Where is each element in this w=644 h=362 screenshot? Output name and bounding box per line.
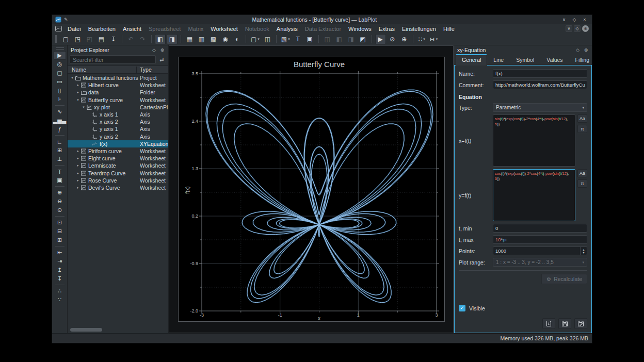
y-equation-input[interactable]: cos(t)*(exp(cos(t))-2*cos(4*t)-pow(sin(t… xyxy=(493,169,575,221)
close-dock-icon[interactable]: ⊗ xyxy=(159,47,165,53)
shift-left-x-button[interactable]: ⇤ xyxy=(54,248,66,257)
tree-row-rose-curve[interactable]: ▸Rose CurveWorksheet xyxy=(68,177,168,184)
add-equation-curve-button[interactable]: ƒ xyxy=(54,125,66,134)
expander-closed-icon[interactable]: ▸ xyxy=(75,90,81,94)
column-header-name[interactable]: Name xyxy=(68,67,137,73)
points-input[interactable] xyxy=(493,246,587,255)
add-xy-curve-button[interactable]: ∿ xyxy=(54,107,66,116)
expander-closed-icon[interactable]: ▸ xyxy=(75,149,81,153)
t-min-input[interactable] xyxy=(493,224,587,233)
menu-einstellungen[interactable]: Einstellungen xyxy=(398,26,440,32)
menu-extras[interactable]: Extras xyxy=(375,26,398,32)
search-input[interactable] xyxy=(70,55,156,64)
open-project-button[interactable]: ◳ xyxy=(72,34,83,44)
menu-windows[interactable]: Windows xyxy=(345,26,375,32)
shift-up-y-button[interactable]: ↥ xyxy=(54,266,66,274)
tab-general[interactable]: General xyxy=(456,54,487,65)
tree-row-f-x[interactable]: f(x)XYEquationCurve xyxy=(68,140,168,147)
add-info-element-button[interactable]: ⊥ xyxy=(54,155,66,163)
tab-values[interactable]: Values xyxy=(540,55,569,65)
new-workbook-button[interactable]: ▦ xyxy=(184,34,195,44)
zoom-x-select-button[interactable]: ▭ xyxy=(54,77,66,86)
new-notebook-button[interactable]: ◫ xyxy=(262,34,273,44)
zoom-origin-button[interactable]: ⊙ xyxy=(54,206,66,215)
t-max-input[interactable]: 10*pi xyxy=(493,235,587,244)
cursor-mode-1-button[interactable]: ∴ xyxy=(54,287,66,295)
shift-right-x-button[interactable]: ⇥ xyxy=(54,257,66,266)
tree-row-lemniscate[interactable]: ▸LemniscateWorksheet xyxy=(68,162,168,169)
worksheet-page[interactable]: -3-1133.52.41.30.2-0.9-2.0 Butterfly Cur… xyxy=(178,57,445,322)
close-dock-icon[interactable]: ⊗ xyxy=(583,47,589,53)
print-button[interactable]: ▤ xyxy=(96,34,107,44)
toolbar-handle[interactable] xyxy=(55,35,57,43)
horizontal-scrollbar[interactable] xyxy=(69,327,167,332)
layout-grid-button[interactable]: ◩ xyxy=(358,34,368,44)
expander-closed-icon[interactable]: ▸ xyxy=(75,83,81,87)
tree-row-butterfly-curve[interactable]: ▾Butterfly curveWorksheet xyxy=(68,96,168,104)
crosshair-mode-button[interactable]: ◎ xyxy=(54,60,66,69)
tree-row-x-axis-1[interactable]: x axis 1Axis xyxy=(68,111,168,118)
pointer-mode-button[interactable]: ▶ xyxy=(54,51,66,60)
tree-row-mathematical-functions[interactable]: ▾Mathematical functionsProject xyxy=(68,74,168,81)
tree-row-hilbert-curve[interactable]: ▸Hilbert curveWorksheet xyxy=(68,81,168,89)
expander-closed-icon[interactable]: ▸ xyxy=(75,156,81,160)
select-mode-button[interactable]: ▶ xyxy=(375,34,386,44)
menu-worksheet[interactable]: Worksheet xyxy=(207,26,241,32)
filter-options-button[interactable]: ⇄ xyxy=(157,55,166,64)
add-histogram-button[interactable]: ▂▅▃ xyxy=(54,116,66,125)
navigation-mode-button[interactable]: ⊘ xyxy=(387,34,398,44)
mdi-close-button[interactable]: ⊗ xyxy=(582,25,589,32)
add-legend-button[interactable]: ⊞ xyxy=(54,146,66,155)
add-text-label-button[interactable]: T xyxy=(54,167,66,176)
pin-icon[interactable]: ✎ xyxy=(64,17,68,22)
toggle-project-explorer-button[interactable]: ◧ xyxy=(155,34,166,44)
export-pdf-button[interactable]: ↧ xyxy=(108,34,119,44)
insert-constant-button[interactable]: Aa xyxy=(577,169,587,177)
tree-row-teardrop-curve[interactable]: ▸Teardrop CurveWorksheet xyxy=(68,169,168,176)
shift-down-y-button[interactable]: ↧ xyxy=(54,274,66,283)
new-spreadsheet-button[interactable]: ▥ xyxy=(196,34,207,44)
expander-closed-icon[interactable]: ▸ xyxy=(75,186,81,190)
add-axis-button[interactable]: ∟ xyxy=(54,137,66,146)
tree-row-piriform-curve[interactable]: ▸Piriform curveWorksheet xyxy=(68,147,168,155)
tree-row-eight-curve[interactable]: ▸Eight curveWorksheet xyxy=(68,155,168,162)
add-text-frame-button[interactable]: T xyxy=(293,34,303,44)
float-dock-icon[interactable]: ◇ xyxy=(575,47,581,53)
zoom-select-button[interactable]: ▢ xyxy=(54,69,66,77)
x-equation-input[interactable]: sin(t)*(exp(cos(t))-2*cos(4*t)-pow(sin(t… xyxy=(493,114,575,167)
insert-constant-button[interactable]: Aa xyxy=(577,114,587,123)
save-function-button[interactable] xyxy=(558,318,571,329)
expander-open-icon[interactable]: ▾ xyxy=(81,105,86,109)
maximize-button[interactable]: ◇ xyxy=(570,17,578,22)
minimize-button[interactable]: ∨ xyxy=(560,17,568,22)
new-project-button[interactable]: ▢ xyxy=(60,34,71,44)
equation-type-select[interactable]: Parametric ▾ xyxy=(493,103,587,112)
visible-checkbox[interactable]: ✓ xyxy=(459,305,465,311)
auto-scale-y-button[interactable]: ⊞ xyxy=(54,236,66,244)
close-button[interactable]: × xyxy=(581,17,589,22)
load-function-button[interactable] xyxy=(542,318,555,329)
toolbar-handle[interactable] xyxy=(56,47,64,50)
zoom-in-button[interactable]: ⊕ xyxy=(54,188,66,197)
comment-input[interactable] xyxy=(493,80,587,89)
zoom-mode-button[interactable]: ⊕ xyxy=(399,34,410,44)
auto-scale-button[interactable]: ⊡ xyxy=(54,218,66,227)
scrollbar-thumb[interactable] xyxy=(70,328,102,332)
tab-line[interactable]: Line xyxy=(487,55,510,65)
zoom-out-button[interactable]: ⊖ xyxy=(54,197,66,206)
expander-closed-icon[interactable]: ▸ xyxy=(75,178,81,183)
import-data-button[interactable]: ◉ xyxy=(220,34,231,44)
menu-datei[interactable]: Datei xyxy=(64,26,85,32)
add-image-frame-button[interactable]: ▣ xyxy=(304,34,315,44)
butterfly-curve-plot[interactable]: -3-1133.52.41.30.2-0.9-2.0 xyxy=(179,57,445,322)
tree-row-y-axis-2[interactable]: y axis 2Axis xyxy=(68,133,168,140)
expander-closed-icon[interactable]: ▸ xyxy=(75,163,81,168)
color-maps-button[interactable]: ◐ xyxy=(232,34,243,44)
spin-down-icon[interactable]: ▾ xyxy=(583,251,584,254)
tree-row-data[interactable]: ▸dataFolder xyxy=(68,89,168,96)
tab-filling[interactable]: Filling xyxy=(569,55,595,65)
cursor-mode-2-button[interactable]: ∵ xyxy=(54,295,66,304)
tab-symbol[interactable]: Symbol xyxy=(510,55,540,65)
menu-analysis[interactable]: Analysis xyxy=(273,26,301,32)
export-worksheet-button[interactable]: ▧▾ xyxy=(280,34,292,44)
